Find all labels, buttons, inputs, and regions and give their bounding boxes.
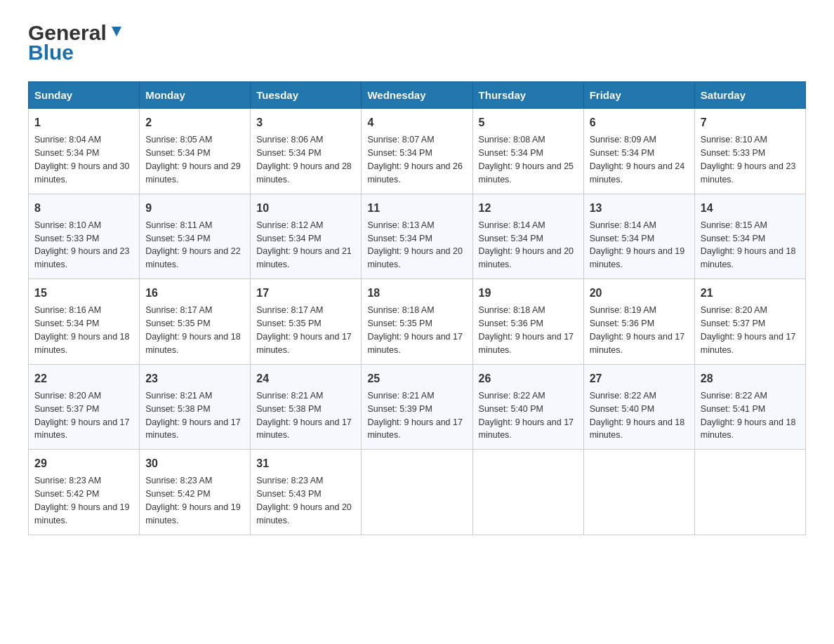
daylight-info: Daylight: 9 hours and 29 minutes. (145, 161, 241, 185)
sunrise-info: Sunrise: 8:15 AM (701, 220, 767, 230)
daylight-info: Daylight: 9 hours and 23 minutes. (701, 161, 796, 185)
day-cell-18: 18Sunrise: 8:18 AMSunset: 5:35 PMDayligh… (362, 279, 472, 365)
empty-cell (472, 450, 583, 535)
day-number: 28 (701, 370, 800, 387)
day-number: 23 (145, 370, 244, 387)
day-cell-11: 11Sunrise: 8:13 AMSunset: 5:34 PMDayligh… (362, 194, 472, 279)
sunset-info: Sunset: 5:43 PM (256, 489, 321, 499)
sunset-info: Sunset: 5:34 PM (367, 148, 432, 158)
sunset-info: Sunset: 5:35 PM (367, 318, 432, 328)
sunrise-info: Sunrise: 8:17 AM (256, 305, 323, 315)
day-cell-9: 9Sunrise: 8:11 AMSunset: 5:34 PMDaylight… (140, 194, 251, 279)
sunset-info: Sunset: 5:34 PM (479, 148, 543, 158)
day-number: 7 (701, 114, 800, 130)
sunrise-info: Sunrise: 8:11 AM (145, 220, 212, 230)
day-cell-14: 14Sunrise: 8:15 AMSunset: 5:34 PMDayligh… (694, 194, 805, 279)
empty-cell (694, 450, 805, 535)
col-header-saturday: Saturday (694, 82, 805, 109)
sunset-info: Sunset: 5:33 PM (34, 234, 99, 243)
sunset-info: Sunset: 5:34 PM (701, 234, 765, 243)
daylight-info: Daylight: 9 hours and 17 minutes. (479, 417, 574, 441)
sunset-info: Sunset: 5:34 PM (256, 234, 321, 243)
day-number: 21 (701, 285, 800, 301)
sunset-info: Sunset: 5:38 PM (145, 404, 210, 414)
daylight-info: Daylight: 9 hours and 19 minutes. (34, 502, 130, 525)
week-row-5: 29Sunrise: 8:23 AMSunset: 5:42 PMDayligh… (29, 450, 806, 535)
sunset-info: Sunset: 5:36 PM (590, 318, 654, 328)
day-cell-23: 23Sunrise: 8:21 AMSunset: 5:38 PMDayligh… (140, 364, 251, 450)
col-header-wednesday: Wednesday (362, 82, 472, 109)
daylight-info: Daylight: 9 hours and 20 minutes. (256, 502, 352, 525)
sunset-info: Sunset: 5:34 PM (479, 234, 543, 243)
daylight-info: Daylight: 9 hours and 17 minutes. (256, 332, 352, 355)
sunset-info: Sunset: 5:34 PM (34, 318, 99, 328)
sunrise-info: Sunrise: 8:22 AM (701, 391, 767, 401)
sunrise-info: Sunrise: 8:17 AM (145, 305, 212, 315)
sunrise-info: Sunrise: 8:21 AM (367, 391, 434, 401)
sunset-info: Sunset: 5:40 PM (590, 404, 654, 414)
daylight-info: Daylight: 9 hours and 18 minutes. (145, 332, 241, 355)
sunrise-info: Sunrise: 8:07 AM (367, 135, 434, 145)
day-number: 26 (479, 370, 578, 387)
sunrise-info: Sunrise: 8:23 AM (34, 476, 101, 485)
logo-arrow-icon (107, 27, 124, 40)
day-number: 8 (34, 200, 133, 216)
sunrise-info: Sunrise: 8:18 AM (367, 305, 434, 315)
sunrise-info: Sunrise: 8:22 AM (479, 391, 545, 401)
day-cell-3: 3Sunrise: 8:06 AMSunset: 5:34 PMDaylight… (251, 109, 362, 194)
sunset-info: Sunset: 5:37 PM (34, 404, 99, 414)
sunrise-info: Sunrise: 8:13 AM (367, 220, 434, 230)
sunset-info: Sunset: 5:40 PM (479, 404, 543, 414)
sunset-info: Sunset: 5:34 PM (145, 148, 210, 158)
sunset-info: Sunset: 5:34 PM (145, 234, 210, 243)
sunrise-info: Sunrise: 8:23 AM (256, 476, 323, 485)
daylight-info: Daylight: 9 hours and 30 minutes. (34, 161, 130, 185)
day-number: 13 (590, 200, 689, 216)
daylight-info: Daylight: 9 hours and 23 minutes. (34, 246, 130, 269)
week-row-1: 1Sunrise: 8:04 AMSunset: 5:34 PMDaylight… (29, 109, 806, 194)
day-number: 18 (367, 285, 466, 301)
sunrise-info: Sunrise: 8:10 AM (34, 220, 101, 230)
day-cell-7: 7Sunrise: 8:10 AMSunset: 5:33 PMDaylight… (694, 109, 805, 194)
daylight-info: Daylight: 9 hours and 18 minutes. (590, 417, 685, 441)
day-number: 24 (256, 370, 355, 387)
day-cell-1: 1Sunrise: 8:04 AMSunset: 5:34 PMDaylight… (29, 109, 140, 194)
sunset-info: Sunset: 5:34 PM (34, 148, 99, 158)
daylight-info: Daylight: 9 hours and 17 minutes. (256, 417, 352, 441)
daylight-info: Daylight: 9 hours and 17 minutes. (34, 417, 130, 441)
sunset-info: Sunset: 5:33 PM (701, 148, 765, 158)
week-row-3: 15Sunrise: 8:16 AMSunset: 5:34 PMDayligh… (29, 279, 806, 365)
day-number: 17 (256, 285, 355, 301)
day-number: 31 (256, 455, 355, 471)
day-cell-6: 6Sunrise: 8:09 AMSunset: 5:34 PMDaylight… (583, 109, 694, 194)
page-header: General Blue (28, 21, 806, 65)
sunrise-info: Sunrise: 8:14 AM (479, 220, 545, 230)
day-cell-22: 22Sunrise: 8:20 AMSunset: 5:37 PMDayligh… (29, 364, 140, 450)
header-row: SundayMondayTuesdayWednesdayThursdayFrid… (29, 82, 806, 109)
week-row-2: 8Sunrise: 8:10 AMSunset: 5:33 PMDaylight… (29, 194, 806, 279)
day-cell-8: 8Sunrise: 8:10 AMSunset: 5:33 PMDaylight… (29, 194, 140, 279)
sunrise-info: Sunrise: 8:12 AM (256, 220, 323, 230)
daylight-info: Daylight: 9 hours and 22 minutes. (145, 246, 241, 269)
sunrise-info: Sunrise: 8:18 AM (479, 305, 545, 315)
sunset-info: Sunset: 5:35 PM (145, 318, 210, 328)
sunset-info: Sunset: 5:42 PM (34, 489, 99, 499)
day-number: 29 (34, 455, 133, 471)
col-header-sunday: Sunday (29, 82, 140, 109)
empty-cell (362, 450, 472, 535)
day-cell-10: 10Sunrise: 8:12 AMSunset: 5:34 PMDayligh… (251, 194, 362, 279)
sunset-info: Sunset: 5:34 PM (590, 148, 654, 158)
empty-cell (583, 450, 694, 535)
col-header-thursday: Thursday (472, 82, 583, 109)
sunset-info: Sunset: 5:36 PM (479, 318, 543, 328)
day-cell-31: 31Sunrise: 8:23 AMSunset: 5:43 PMDayligh… (251, 450, 362, 535)
daylight-info: Daylight: 9 hours and 17 minutes. (367, 332, 463, 355)
day-number: 6 (590, 114, 689, 130)
day-number: 30 (145, 455, 244, 471)
day-number: 16 (145, 285, 244, 301)
daylight-info: Daylight: 9 hours and 17 minutes. (590, 332, 685, 355)
day-number: 27 (590, 370, 689, 387)
daylight-info: Daylight: 9 hours and 28 minutes. (256, 161, 352, 185)
logo-blue: Blue (28, 41, 74, 65)
day-cell-16: 16Sunrise: 8:17 AMSunset: 5:35 PMDayligh… (140, 279, 251, 365)
